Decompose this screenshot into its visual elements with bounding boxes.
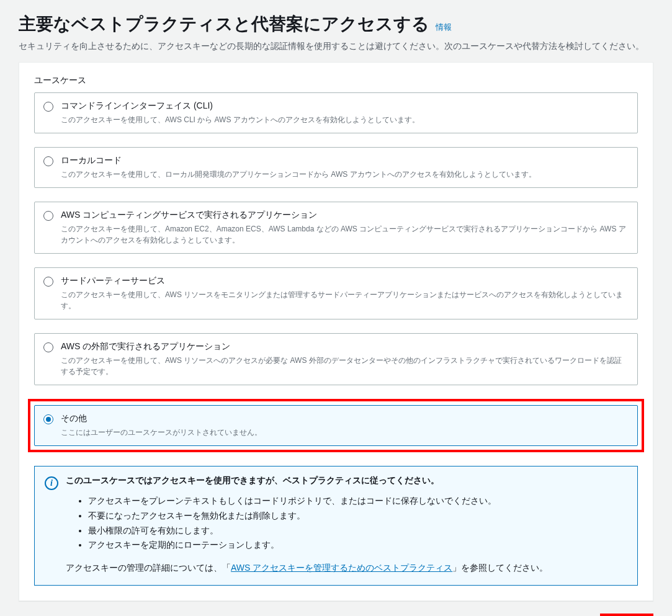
radio-icon [43,156,53,166]
radio-title: サードパーティーサービス [61,275,629,287]
radio-desc: このアクセスキーを使用して、AWS リソースをモニタリングまたは管理するサードパ… [61,289,629,311]
radio-icon [43,277,53,287]
page-header: 主要なベストプラクティスと代替案にアクセスする 情報 セキュリティを向上させるた… [19,12,653,52]
alert-bullet: アクセスキーを定期的にローテーションします。 [88,538,627,553]
wizard-actions: キャンセル 次へ [19,614,653,616]
alert-footer-suffix: 」を参照してください。 [452,563,548,573]
radio-title: ローカルコード [61,155,629,166]
alert-bullet: 不要になったアクセスキーを無効化または削除します。 [88,509,627,524]
radio-option-external-app[interactable]: AWS の外部で実行されるアプリケーション このアクセスキーを使用して、AWS … [34,333,638,385]
radio-desc: このアクセスキーを使用して、AWS CLI から AWS アカウントへのアクセス… [61,114,629,125]
alert-footer-prefix: アクセスキーの管理の詳細については、「 [66,563,231,573]
radio-desc: ここにはユーザーのユースケースがリストされていません。 [61,427,629,438]
radio-option-compute-app[interactable]: AWS コンピューティングサービスで実行されるアプリケーション このアクセスキー… [34,202,638,254]
page-title: 主要なベストプラクティスと代替案にアクセスする [19,14,429,33]
radio-title: AWS コンピューティングサービスで実行されるアプリケーション [61,210,629,221]
radio-icon [43,342,53,352]
highlight-annotation-next: 次へ [600,614,653,616]
alert-bullet: アクセスキーをプレーンテキストもしくはコードリポジトリで、またはコードに保存しな… [88,494,627,509]
alert-title: このユースケースではアクセスキーを使用できますが、ベストプラクティスに従ってくだ… [66,475,627,486]
best-practices-alert: i このユースケースではアクセスキーを使用できますが、ベストプラクティスに従って… [34,466,638,586]
radio-option-third-party[interactable]: サードパーティーサービス このアクセスキーを使用して、AWS リソースをモニタリ… [34,267,638,319]
radio-desc: このアクセスキーを使用して、Amazon EC2、Amazon ECS、AWS … [61,223,629,246]
highlight-annotation: その他 ここにはユーザーのユースケースがリストされていません。 [28,399,644,452]
usecase-panel: ユースケース コマンドラインインターフェイス (CLI) このアクセスキーを使用… [19,62,653,601]
radio-icon [43,414,53,424]
radio-option-cli[interactable]: コマンドラインインターフェイス (CLI) このアクセスキーを使用して、AWS … [34,92,638,133]
radio-title: その他 [61,413,629,424]
radio-desc: このアクセスキーを使用して、ローカル開発環境のアプリケーションコードから AWS… [61,169,629,180]
radio-title: AWS の外部で実行されるアプリケーション [61,341,629,352]
radio-icon [43,211,53,221]
info-icon: i [45,476,58,490]
radio-option-local-code[interactable]: ローカルコード このアクセスキーを使用して、ローカル開発環境のアプリケーションコ… [34,147,638,188]
page-subtitle: セキュリティを向上させるために、アクセスキーなどの長期的な認証情報を使用すること… [19,41,653,52]
alert-bullet-list: アクセスキーをプレーンテキストもしくはコードリポジトリで、またはコードに保存しな… [88,494,627,553]
radio-icon [43,102,53,112]
section-label: ユースケース [34,75,638,86]
alert-bullet: 最小権限の許可を有効にします。 [88,524,627,538]
best-practices-link[interactable]: AWS アクセスキーを管理するためのベストプラクティス [231,563,452,573]
info-link[interactable]: 情報 [436,22,452,32]
radio-title: コマンドラインインターフェイス (CLI) [61,100,629,112]
alert-footer: アクセスキーの管理の詳細については、「AWS アクセスキーを管理するためのベスト… [66,563,627,574]
radio-desc: このアクセスキーを使用して、AWS リソースへのアクセスが必要な AWS 外部の… [61,355,629,377]
radio-option-other[interactable]: その他 ここにはユーザーのユースケースがリストされていません。 [34,405,638,446]
